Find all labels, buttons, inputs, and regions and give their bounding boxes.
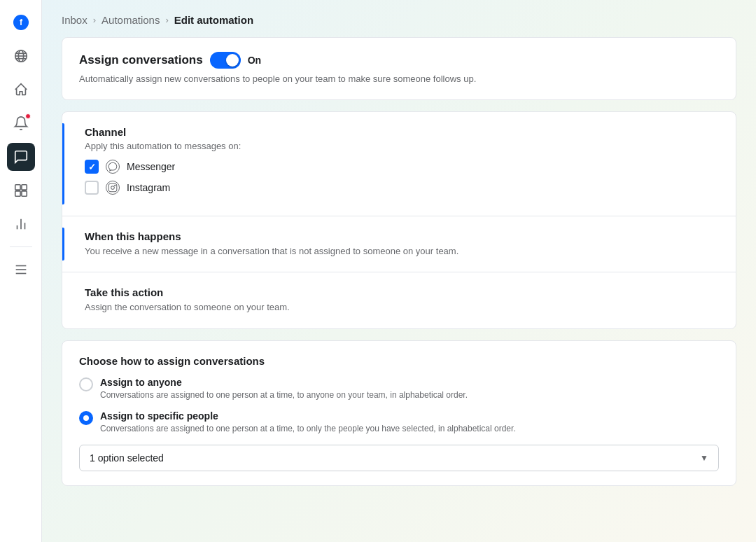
sidebar-item-content[interactable] <box>7 176 35 204</box>
inner-sections-card: Channel Apply this automation to message… <box>62 111 736 328</box>
radio-specific[interactable]: Assign to specific people Conversations … <box>79 410 719 435</box>
instagram-checkbox-box <box>85 181 99 195</box>
when-this-happens-section: When this happens You receive a new mess… <box>62 216 736 272</box>
instagram-icon <box>106 181 120 195</box>
people-dropdown[interactable]: 1 option selected ▼ <box>79 445 719 471</box>
toggle-thumb <box>226 54 239 67</box>
take-action-desc: Assign the conversation to someone on yo… <box>85 301 719 314</box>
svg-rect-7 <box>15 185 20 190</box>
messenger-checkmark: ✓ <box>88 162 96 172</box>
radio-specific-outer <box>79 411 93 425</box>
radio-anyone-desc: Conversations are assigned to one person… <box>100 389 719 401</box>
breadcrumb-inbox[interactable]: Inbox <box>62 14 88 26</box>
sidebar-item-globe[interactable] <box>7 42 35 70</box>
sidebar-item-more[interactable] <box>7 256 35 284</box>
when-accent <box>62 228 64 260</box>
toggle-section-content: Assign conversations On Automatically as… <box>79 52 719 85</box>
radio-anyone-content: Assign to anyone Conversations are assig… <box>100 377 719 401</box>
sidebar-item-inbox[interactable] <box>7 143 35 171</box>
toggle-on-label: On <box>248 55 261 66</box>
assign-conversations-desc: Automatically assign new conversations t… <box>79 73 719 85</box>
take-action-section: Take this action Assign the conversation… <box>62 272 736 328</box>
radio-anyone-outer <box>79 377 93 391</box>
svg-point-18 <box>111 186 115 190</box>
breadcrumb-sep-1: › <box>93 15 96 25</box>
channel-title: Channel <box>85 126 719 138</box>
main-content: Inbox › Automations › Edit automation As… <box>42 0 756 542</box>
breadcrumb: Inbox › Automations › Edit automation <box>42 0 756 37</box>
assign-toggle[interactable] <box>210 52 241 69</box>
radio-specific-desc: Conversations are assigned to one person… <box>100 423 719 435</box>
toggle-row: Assign conversations On <box>79 52 719 69</box>
svg-rect-17 <box>108 183 117 192</box>
radio-specific-label: Assign to specific people <box>100 410 719 422</box>
notification-dot <box>25 113 31 119</box>
breadcrumb-automations[interactable]: Automations <box>102 14 160 26</box>
choose-title: Choose how to assign conversations <box>79 355 719 367</box>
svg-rect-9 <box>15 191 20 196</box>
svg-point-19 <box>115 185 115 186</box>
sidebar-item-home[interactable] <box>7 76 35 104</box>
sidebar-logo[interactable]: f <box>7 8 35 36</box>
choose-section: Choose how to assign conversations Assig… <box>62 340 736 487</box>
channel-section: Channel Apply this automation to message… <box>62 112 736 216</box>
toggle-track <box>210 52 241 69</box>
sidebar-divider <box>10 246 32 247</box>
messenger-checkbox-box: ✓ <box>85 160 99 174</box>
assign-conversations-title: Assign conversations <box>79 53 203 67</box>
radio-anyone-label: Assign to anyone <box>100 377 719 388</box>
breadcrumb-current: Edit automation <box>174 14 253 26</box>
radio-specific-content: Assign to specific people Conversations … <box>100 410 719 435</box>
dropdown-text: 1 option selected <box>90 452 164 464</box>
sidebar-item-notifications[interactable] <box>7 109 35 137</box>
radio-anyone[interactable]: Assign to anyone Conversations are assig… <box>79 377 719 401</box>
take-action-title: Take this action <box>85 286 719 298</box>
assign-conversations-card: Assign conversations On Automatically as… <box>62 37 736 100</box>
svg-rect-8 <box>21 185 26 190</box>
when-title: When this happens <box>85 230 719 242</box>
instagram-label: Instagram <box>127 182 170 193</box>
channel-desc: Apply this automation to messages on: <box>85 141 719 151</box>
toggle-section: Assign conversations On Automatically as… <box>79 52 719 85</box>
checkbox-messenger[interactable]: ✓ Messenger <box>85 160 719 174</box>
breadcrumb-sep-2: › <box>165 15 168 25</box>
channel-accent <box>62 123 64 204</box>
checkbox-instagram[interactable]: Instagram <box>85 181 719 195</box>
radio-specific-inner <box>83 415 89 421</box>
svg-rect-10 <box>21 191 26 196</box>
sidebar: f <box>0 0 42 542</box>
sidebar-item-insights[interactable] <box>7 210 35 238</box>
messenger-icon <box>106 160 120 174</box>
dropdown-arrow-icon: ▼ <box>700 453 708 463</box>
messenger-label: Messenger <box>127 161 175 172</box>
when-desc: You receive a new message in a conversat… <box>85 245 719 258</box>
